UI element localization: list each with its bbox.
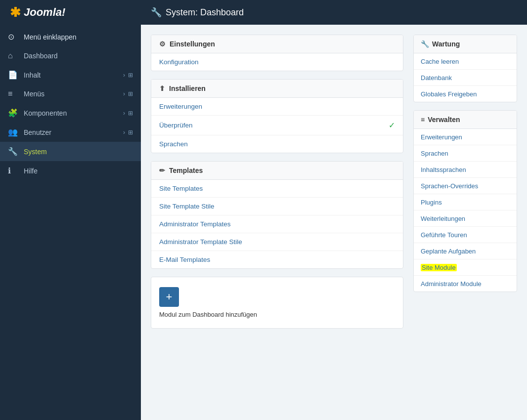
pencil-icon: ✏ xyxy=(159,167,165,174)
list-item: Site Module xyxy=(414,259,517,276)
list-item: Weiterleitungen xyxy=(414,210,517,227)
list-icon: ≡ xyxy=(421,116,425,124)
list-item: Sprachen xyxy=(151,135,403,153)
sidebar-item-komponenten[interactable]: 🧩 Komponenten › ⊞ xyxy=(0,103,141,123)
site-template-stile-link[interactable]: Site Template Stile xyxy=(159,203,215,210)
chevron-right-icon: › xyxy=(123,129,125,136)
konfiguration-link[interactable]: Konfiguration xyxy=(159,58,199,66)
sidebar-item-hilfe[interactable]: ℹ Hilfe xyxy=(0,161,141,180)
benutzer-icon: 👥 xyxy=(8,127,19,137)
wrench-icon: 🔧 xyxy=(421,40,429,48)
page-title: 🔧 System: Dashboard xyxy=(151,7,244,18)
menus-icon: ≡ xyxy=(8,89,19,98)
verwalten-erweiterungen-link[interactable]: Erweiterungen xyxy=(421,133,462,141)
sprachen-link[interactable]: Sprachen xyxy=(159,140,188,148)
erweiterungen-link[interactable]: Erweiterungen xyxy=(159,103,202,110)
templates-card: ✏ Templates Site Templates Site Template… xyxy=(151,161,403,269)
chevron-right-icon: › xyxy=(123,90,125,97)
globales-freigeben-link[interactable]: Globales Freigeben xyxy=(421,90,477,98)
templates-body: Site Templates Site Template Stile Admin… xyxy=(151,180,403,268)
site-module-highlight: Site Module xyxy=(421,264,457,271)
list-item: Erweiterungen xyxy=(414,129,517,145)
gear-icon: ⚙ xyxy=(159,40,166,48)
list-item: Datenbank xyxy=(414,70,517,86)
sprachen-overrides-link[interactable]: Sprachen-Overrides xyxy=(421,182,478,190)
einstellungen-header: ⚙ Einstellungen xyxy=(151,35,403,53)
uberprüfen-link[interactable]: Überprüfen xyxy=(159,122,193,129)
upload-icon: ⬆ xyxy=(159,84,165,92)
verwalten-section: ≡ Verwalten Erweiterungen Sprachen Inhal… xyxy=(413,110,517,292)
sidebar-item-menus[interactable]: ≡ Menüs › ⊞ xyxy=(0,84,141,103)
list-item: Erweiterungen xyxy=(151,98,403,116)
sidebar-item-inhalt[interactable]: 📄 Inhalt › ⊞ xyxy=(0,65,141,84)
add-module-label: Modul zum Dashboard hinzufügen xyxy=(159,311,257,318)
weiterleitungen-link[interactable]: Weiterleitungen xyxy=(421,215,465,222)
logo: ✱ Joomla! xyxy=(10,5,151,20)
list-item: Konfiguration xyxy=(151,53,403,71)
list-item: Geplante Aufgaben xyxy=(414,243,517,259)
list-item: Sprachen xyxy=(414,145,517,162)
site-module-link[interactable]: Site Module xyxy=(421,264,457,271)
wartung-header: 🔧 Wartung xyxy=(414,35,517,53)
chevron-right-icon: › xyxy=(123,72,125,79)
grid-icon: ⊞ xyxy=(128,90,133,97)
list-item: Administrator Templates xyxy=(151,215,403,233)
list-item: Administrator Module xyxy=(414,276,517,292)
sidebar-item-dashboard[interactable]: ⌂ Dashboard xyxy=(0,46,141,65)
inhalt-icon: 📄 xyxy=(8,70,19,80)
system-icon: 🔧 xyxy=(8,147,19,156)
grid-icon: ⊞ xyxy=(128,72,133,79)
plugins-link[interactable]: Plugins xyxy=(421,199,442,206)
collapse-icon: ⊙ xyxy=(8,32,19,42)
einstellungen-body: Konfiguration xyxy=(151,53,403,71)
grid-icon: ⊞ xyxy=(128,110,133,117)
list-item: Plugins xyxy=(414,194,517,210)
installieren-card: ⬆ Installieren Erweiterungen Überprüfen … xyxy=(151,79,403,153)
center-column: ⚙ Einstellungen Konfiguration ⬆ Installi… xyxy=(151,35,403,410)
verwalten-header: ≡ Verwalten xyxy=(414,111,517,129)
administrator-module-link[interactable]: Administrator Module xyxy=(421,280,482,288)
installieren-body: Erweiterungen Überprüfen ✓ Sprachen xyxy=(151,98,403,153)
email-templates-link[interactable]: E-Mail Templates xyxy=(159,256,210,263)
list-item: Globales Freigeben xyxy=(414,86,517,102)
dashboard-icon: ⌂ xyxy=(8,51,19,60)
wartung-section: 🔧 Wartung Cache leeren Datenbank Globale… xyxy=(413,35,517,102)
layout: ⊙ Menü einklappen ⌂ Dashboard 📄 Inhalt ›… xyxy=(0,25,527,420)
right-column: 🔧 Wartung Cache leeren Datenbank Globale… xyxy=(413,35,517,410)
sidebar-item-benutzer[interactable]: 👥 Benutzer › ⊞ xyxy=(0,123,141,142)
joomla-icon: ✱ xyxy=(10,5,21,20)
datenbank-link[interactable]: Datenbank xyxy=(421,74,452,82)
checkmark-icon: ✓ xyxy=(389,121,395,130)
site-templates-link[interactable]: Site Templates xyxy=(159,185,203,192)
grid-icon: ⊞ xyxy=(128,129,133,136)
chevron-right-icon: › xyxy=(123,110,125,117)
main-content: ⚙ Einstellungen Konfiguration ⬆ Installi… xyxy=(141,25,527,420)
list-item: Site Templates xyxy=(151,180,403,198)
templates-header: ✏ Templates xyxy=(151,162,403,180)
add-module-button[interactable]: + xyxy=(159,287,179,307)
verwalten-sprachen-link[interactable]: Sprachen xyxy=(421,150,448,157)
administrator-templates-link[interactable]: Administrator Templates xyxy=(159,220,231,228)
list-item: Überprüfen ✓ xyxy=(151,116,403,135)
list-item: Cache leeren xyxy=(414,53,517,70)
list-item: Geführte Touren xyxy=(414,227,517,243)
inhaltssprachen-link[interactable]: Inhaltssprachen xyxy=(421,166,466,173)
list-item: E-Mail Templates xyxy=(151,251,403,268)
list-item: Inhaltssprachen xyxy=(414,162,517,178)
list-item: Site Template Stile xyxy=(151,198,403,215)
cache-leeren-link[interactable]: Cache leeren xyxy=(421,58,459,65)
geplante-aufgaben-link[interactable]: Geplante Aufgaben xyxy=(421,248,476,255)
hilfe-icon: ℹ xyxy=(8,166,19,175)
gefuhrte-touren-link[interactable]: Geführte Touren xyxy=(421,231,467,239)
list-item: Administrator Template Stile xyxy=(151,233,403,251)
sidebar: ⊙ Menü einklappen ⌂ Dashboard 📄 Inhalt ›… xyxy=(0,25,141,420)
komponenten-icon: 🧩 xyxy=(8,108,19,118)
logo-text: Joomla! xyxy=(24,6,65,19)
einstellungen-card: ⚙ Einstellungen Konfiguration xyxy=(151,35,403,71)
sidebar-item-system[interactable]: 🔧 System xyxy=(0,142,141,161)
sidebar-item-collapse[interactable]: ⊙ Menü einklappen xyxy=(0,27,141,46)
administrator-template-stile-link[interactable]: Administrator Template Stile xyxy=(159,238,242,246)
add-module-card: + Modul zum Dashboard hinzufügen xyxy=(151,277,403,329)
installieren-header: ⬆ Installieren xyxy=(151,80,403,98)
wrench-icon: 🔧 xyxy=(151,7,162,18)
